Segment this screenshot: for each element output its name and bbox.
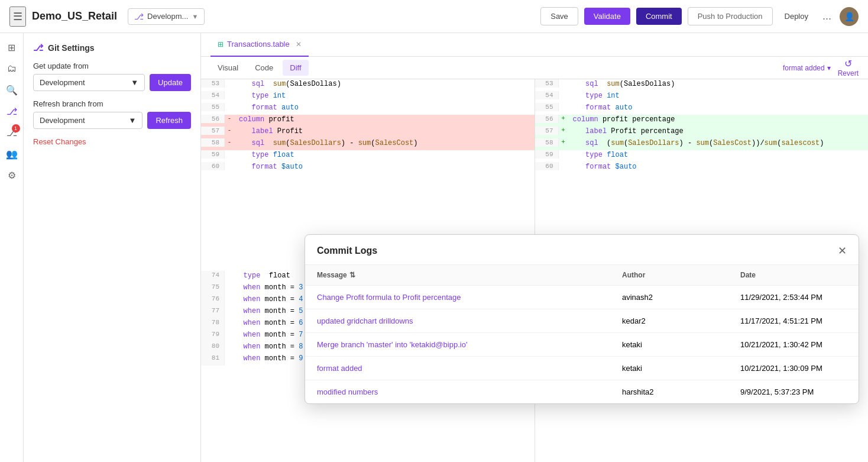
diff-line: 55 format auto: [535, 103, 869, 115]
git-settings-icon: ⎇: [33, 43, 43, 53]
sidebar-icon-panel: ⊞ 🗂 🔍 ⎇ ⎇ 1 👥 ⚙: [0, 33, 24, 462]
update-button[interactable]: Update: [150, 74, 191, 91]
tab-diff[interactable]: Diff: [283, 60, 308, 76]
reset-changes-button[interactable]: Reset Changes: [33, 137, 191, 146]
commit-message-link[interactable]: Merge branch 'master' into 'ketakid@bipp…: [317, 340, 467, 349]
tab-visual[interactable]: Visual: [210, 60, 245, 76]
branch-name: Developm...: [147, 12, 188, 21]
diff-line: 60 format $auto: [201, 162, 535, 174]
commit-date: 9/9/2021, 5:37:23 PM: [728, 380, 859, 404]
revert-button[interactable]: ↺ Revert: [838, 58, 859, 77]
sort-icon[interactable]: ⇅: [349, 271, 355, 279]
diff-line: 54 type int: [201, 91, 535, 103]
diff-line: 58- sql sum(SalesDollars) - sum(SalesCos…: [201, 138, 535, 150]
sidebar-icon-search[interactable]: 🔍: [2, 80, 21, 99]
format-added-link[interactable]: format added ▾: [783, 64, 831, 72]
commit-date: 11/29/2021, 2:53:44 PM: [728, 286, 859, 309]
commit-author: kedar2: [610, 309, 728, 333]
topbar: ☰ Demo_US_Retail ⎇ Developm... ▼ Save Va…: [0, 0, 868, 33]
changes-badge: 1: [12, 124, 20, 133]
branch-selector[interactable]: ⎇ Developm... ▼: [128, 8, 205, 25]
diff-line: 60 format $auto: [535, 162, 869, 174]
refresh-chevron-icon: ▼: [129, 116, 137, 125]
table-row: format added ketaki 10/21/2021, 1:30:09 …: [305, 357, 859, 380]
commit-date: 10/21/2021, 1:30:42 PM: [728, 333, 859, 357]
get-update-section: Get update from Development ▼ Update: [33, 62, 191, 91]
validate-button[interactable]: Validate: [584, 8, 630, 25]
main-layout: ⊞ 🗂 🔍 ⎇ ⎇ 1 👥 ⚙ ⎇ Git Settings Get updat…: [0, 33, 868, 462]
git-panel-title: ⎇ Git Settings: [33, 43, 191, 53]
app-title: Demo_US_Retail: [32, 10, 117, 22]
commit-author: ketaki: [610, 357, 728, 380]
refresh-branch-dropdown[interactable]: Development ▼: [33, 112, 142, 129]
table-row: Merge branch 'master' into 'ketakid@bipp…: [305, 333, 859, 357]
content-area: ⊞ Transactions.table ✕ Visual Code Diff …: [201, 33, 868, 462]
refresh-row: Development ▼ Refresh: [33, 112, 191, 129]
tab-code[interactable]: Code: [248, 60, 280, 76]
modal-close-button[interactable]: ✕: [838, 244, 847, 257]
diff-line: 55 format auto: [201, 103, 535, 115]
table-row: updated gridchart drilldowns kedar2 11/1…: [305, 309, 859, 333]
diff-line: 59 type float: [535, 150, 869, 162]
commit-author: ketaki: [610, 333, 728, 357]
get-update-label: Get update from: [33, 62, 191, 70]
refresh-button[interactable]: Refresh: [147, 112, 191, 129]
diff-line: 59 type float: [201, 150, 535, 162]
menu-icon[interactable]: ☰: [9, 7, 26, 27]
commit-author: avinash2: [610, 286, 728, 309]
more-options-button[interactable]: ...: [820, 10, 834, 22]
save-button[interactable]: Save: [540, 7, 578, 25]
view-tabs: Visual Code Diff format added ▾ ↺ Revert: [201, 57, 868, 79]
commit-button[interactable]: Commit: [636, 8, 682, 25]
push-to-production-button[interactable]: Push to Production: [688, 7, 773, 25]
avatar: 👤: [840, 7, 859, 26]
tab-close-icon[interactable]: ✕: [296, 40, 302, 49]
source-branch-dropdown[interactable]: Development ▼: [33, 74, 145, 91]
diff-line: 57+ label Profit percentage: [535, 127, 869, 138]
commit-message-link[interactable]: modified numbers: [317, 387, 378, 396]
refresh-section: Refresh branch from Development ▼ Refres…: [33, 99, 191, 129]
commit-message-link[interactable]: Change Profit formula to Profit percenta…: [317, 293, 461, 302]
sidebar-icon-users[interactable]: 👥: [2, 144, 21, 163]
deploy-button[interactable]: Deploy: [779, 8, 814, 25]
sidebar-icon-git[interactable]: ⎇: [2, 102, 21, 121]
commit-logs-modal: Commit Logs ✕ Message ⇅ Author Date: [305, 234, 859, 404]
sidebar-icon-changes[interactable]: ⎇ 1: [2, 123, 21, 142]
commit-message-link[interactable]: format added: [317, 364, 362, 373]
revert-icon: ↺: [844, 58, 852, 69]
commit-table: Message ⇅ Author Date Change Profit form…: [305, 265, 859, 403]
col-author: Author: [610, 265, 728, 286]
sidebar-icon-explore[interactable]: 🗂: [2, 59, 21, 78]
table-icon: ⊞: [218, 40, 224, 49]
diff-line: 56+column profit percentage: [535, 115, 869, 127]
diff-line: 57- label Profit: [201, 127, 535, 138]
table-row: modified numbers harshita2 9/9/2021, 5:3…: [305, 380, 859, 404]
branch-chevron-icon: ▼: [192, 13, 198, 20]
modal-title: Commit Logs: [317, 245, 377, 256]
modal-header: Commit Logs ✕: [305, 235, 859, 265]
table-row: Change Profit formula to Profit percenta…: [305, 286, 859, 309]
get-update-row: Development ▼ Update: [33, 74, 191, 91]
diff-line: 58+ sql (sum(SalesDollars) - sum(SalesCo…: [535, 138, 869, 150]
col-message: Message ⇅: [305, 265, 610, 286]
tab-bar: ⊞ Transactions.table ✕: [201, 33, 868, 57]
chevron-down-icon: ▼: [131, 78, 138, 87]
chevron-down-icon: ▾: [827, 64, 831, 72]
branch-icon: ⎇: [134, 12, 144, 21]
diff-line: 56-column profit: [201, 115, 535, 127]
tab-transactions[interactable]: ⊞ Transactions.table ✕: [210, 33, 309, 57]
col-date: Date: [728, 265, 859, 286]
diff-line: 53 sql sum(SalesDollas): [535, 79, 869, 91]
commit-author: harshita2: [610, 380, 728, 404]
diff-line: 54 type int: [535, 91, 869, 103]
sidebar-icon-settings[interactable]: ⚙: [2, 166, 21, 185]
git-panel: ⎇ Git Settings Get update from Developme…: [24, 33, 201, 462]
tab-label: Transactions.table: [227, 40, 290, 49]
commit-message-link[interactable]: updated gridchart drilldowns: [317, 316, 413, 325]
commit-date: 11/17/2021, 4:51:21 PM: [728, 309, 859, 333]
commit-date: 10/21/2021, 1:30:09 PM: [728, 357, 859, 380]
refresh-label: Refresh branch from: [33, 99, 191, 108]
sidebar-icon-home[interactable]: ⊞: [2, 38, 21, 57]
diff-line: 53 sql sum(SalesDollas): [201, 79, 535, 91]
